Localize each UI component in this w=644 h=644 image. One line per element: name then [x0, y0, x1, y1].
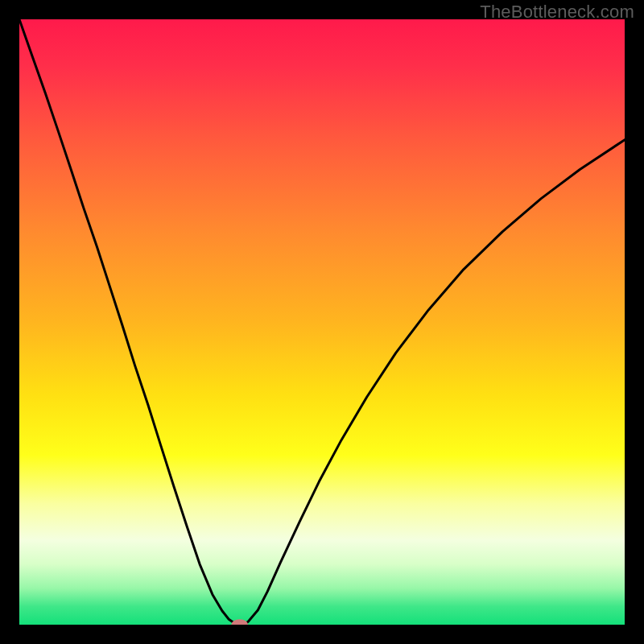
chart-frame: [19, 19, 625, 625]
gradient-background: [19, 19, 625, 625]
bottleneck-chart: [19, 19, 625, 625]
watermark-text: TheBottleneck.com: [480, 2, 634, 23]
